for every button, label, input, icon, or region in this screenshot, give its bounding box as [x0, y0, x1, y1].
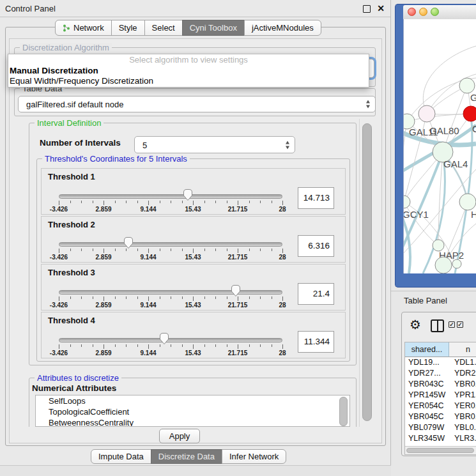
table-row[interactable]: YDR27...YDR2...: [405, 368, 476, 379]
attribute-item[interactable]: SelfLoops: [36, 395, 349, 406]
threshold-slider-track[interactable]: [59, 290, 282, 295]
network-window-titlebar[interactable]: [403, 5, 476, 20]
threshold-slider-thumb[interactable]: [183, 188, 193, 201]
table-panel: ⚙ ✓ ✓ shared... n YDL19...YDL1...YDR27..…: [401, 312, 476, 456]
attribute-item[interactable]: BetweennessCentrality: [36, 417, 349, 427]
threshold-value-field[interactable]: 11.344: [298, 331, 334, 353]
threshold-slider-track[interactable]: [59, 194, 282, 199]
column-header-name[interactable]: n: [449, 342, 476, 357]
screen: Control Panel ✕ NetworkStyleSelectCyni T…: [0, 0, 476, 476]
table-row[interactable]: YDL19...YDL1...: [405, 357, 476, 368]
column-header-shared-name[interactable]: shared...: [405, 342, 449, 357]
tab-select[interactable]: Select: [144, 20, 183, 36]
panel-title: Control Panel: [5, 4, 56, 13]
table-row[interactable]: YBL079WYBL0...: [405, 422, 476, 433]
control-panel-titlebar: Control Panel ✕: [0, 0, 390, 17]
cell-name: YBL0...: [454, 422, 476, 433]
threshold-label: Threshold 3: [48, 268, 95, 277]
network-node[interactable]: [404, 196, 410, 208]
gear-icon[interactable]: ⚙: [410, 317, 421, 332]
network-node[interactable]: [463, 106, 476, 121]
tab-label: Infer Network: [229, 452, 279, 461]
checkbox-icon[interactable]: ✓: [449, 321, 455, 328]
window-bottom-strip: [0, 465, 391, 476]
cell-shared-name: YER054C: [408, 401, 444, 411]
tab-impute-data[interactable]: Impute Data: [91, 449, 151, 464]
threshold-slider-track[interactable]: [59, 338, 282, 342]
cell-shared-name: YLR345W: [408, 433, 445, 444]
settings-viewport: Interval Definition Number of Intervals …: [10, 119, 360, 427]
checkbox-icon[interactable]: ✓: [457, 321, 463, 328]
close-traffic-light-icon[interactable]: [408, 8, 416, 16]
network-node[interactable]: [459, 194, 476, 210]
tab-discretize-data[interactable]: Discretize Data: [151, 449, 222, 464]
network-node-label: GAL4: [443, 158, 468, 169]
network-node[interactable]: [435, 257, 452, 273]
threshold-panel: Threshold 2-3.4262.8599.14415.4321.71528…: [41, 216, 346, 263]
cyni-mode-tabs: Impute DataDiscretize DataInfer Network: [91, 449, 286, 464]
table-row[interactable]: YPR145WYPR1...: [405, 390, 476, 401]
tab-label: Style: [119, 23, 137, 33]
algorithm-dropdown-popup: Select algorithm to view settings Manual…: [8, 54, 369, 88]
scrollbar-thumb[interactable]: [362, 123, 372, 421]
table-row[interactable]: YBR043CYBR0...: [405, 379, 476, 390]
threshold-panel: Threshold 3-3.4262.8599.14415.4321.71528…: [41, 264, 346, 311]
list-scrollbar[interactable]: [339, 397, 348, 426]
cell-name: YDL1...: [454, 357, 476, 368]
threshold-slider-thumb[interactable]: [159, 332, 169, 345]
num-intervals-label: Number of Intervals: [40, 138, 121, 148]
num-intervals-combobox[interactable]: 5: [134, 136, 295, 153]
tab-infer-network[interactable]: Infer Network: [222, 449, 286, 464]
tab-network[interactable]: Network: [55, 20, 112, 36]
dropdown-item[interactable]: Manual Discretization: [8, 66, 369, 76]
dropdown-item[interactable]: Equal Width/Frequency Discretization: [8, 76, 369, 86]
tab-style[interactable]: Style: [111, 20, 145, 36]
table-data-combobox[interactable]: galFiltered.sif default node: [18, 96, 376, 112]
tab-label: Network: [73, 23, 104, 33]
network-node[interactable]: [452, 259, 461, 268]
tab-label: Impute Data: [98, 452, 144, 461]
threshold-label: Threshold 2: [48, 220, 95, 229]
table-row[interactable]: YER054CYER0...: [405, 401, 476, 411]
cell-shared-name: YDR27...: [408, 368, 441, 379]
table-panel-title: Table Panel: [404, 296, 447, 305]
cell-name: YLR3...: [454, 433, 476, 444]
cell-name: YBR0...: [454, 379, 476, 390]
network-node-label: GAL11: [409, 127, 438, 137]
threshold-slider-track[interactable]: [59, 242, 282, 247]
network-view-window: GAL80GCGAL11GAL4GCY1HHAP2: [395, 4, 476, 288]
table-horizontal-scrollbar[interactable]: [405, 446, 476, 454]
table-row[interactable]: YBR045CYBR0...: [405, 411, 476, 422]
panel-vertical-scrollbar[interactable]: [362, 120, 373, 427]
numerical-attributes-list[interactable]: SelfLoopsTopologicalCoefficientBetweenne…: [35, 395, 350, 427]
tab-cyni-toolbox[interactable]: Cyni Toolbox: [182, 20, 245, 36]
combo-value: 5: [142, 140, 147, 150]
apply-button[interactable]: Apply: [159, 429, 200, 443]
threshold-slider-thumb[interactable]: [231, 284, 241, 297]
threshold-value-field[interactable]: 14.713: [298, 187, 334, 209]
network-node[interactable]: [459, 78, 475, 93]
columns-icon-divider: [437, 321, 438, 331]
threshold-label: Threshold 1: [48, 172, 95, 181]
close-icon[interactable]: ✕: [377, 3, 385, 13]
tab-label: jActiveMNodules: [252, 23, 314, 33]
tab-jactivemnodules[interactable]: jActiveMNodules: [244, 20, 321, 36]
threshold-value-field[interactable]: 6.316: [298, 235, 334, 257]
network-canvas[interactable]: GAL80GCGAL11GAL4GCY1HHAP2: [403, 19, 476, 273]
zoom-traffic-light-icon[interactable]: [431, 8, 439, 16]
network-node-label: GCY1: [404, 209, 429, 220]
table-header-row: shared... n: [405, 342, 476, 357]
network-icon: [63, 24, 70, 32]
table-row[interactable]: YLR345WYLR3...: [405, 433, 476, 444]
cell-shared-name: YBL079W: [408, 422, 444, 433]
scrollbar-thumb[interactable]: [406, 448, 474, 453]
table-panel-titlebar: Table Panel: [391, 291, 476, 310]
columns-icon[interactable]: [431, 319, 444, 332]
minimize-traffic-light-icon[interactable]: [419, 8, 427, 16]
attribute-item[interactable]: TopologicalCoefficient: [36, 406, 349, 417]
control-panel-tabs: NetworkStyleSelectCyni ToolboxjActiveMNo…: [55, 20, 321, 36]
network-node[interactable]: [418, 105, 435, 122]
threshold-slider-thumb[interactable]: [123, 236, 134, 249]
float-window-icon[interactable]: [363, 5, 371, 13]
threshold-value-field[interactable]: 21.4: [298, 283, 334, 305]
